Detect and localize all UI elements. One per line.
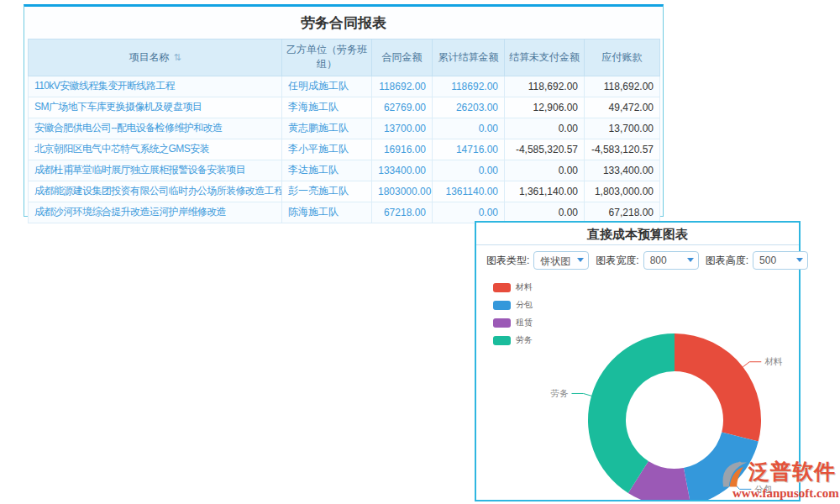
payable-amount-cell: 1,803,000.00: [585, 181, 660, 202]
project-name-cell[interactable]: 成都杜甫草堂临时展厅独立展柜报警设备安装项目: [29, 160, 282, 181]
label-line: [571, 393, 591, 396]
payable-amount-cell: 13,700.00: [585, 118, 660, 139]
slice-label: 材料: [764, 356, 783, 366]
party-b-cell[interactable]: 李海施工队: [282, 97, 372, 118]
contract-amount-cell: 1803000.00: [372, 181, 433, 202]
col-header-payable-amount: 应付账款: [585, 39, 660, 76]
settled-amount-cell: 0.00: [433, 202, 505, 223]
party-b-cell[interactable]: 李达施工队: [282, 160, 372, 181]
project-name-cell[interactable]: SM广场地下车库更换摄像机及硬盘项目: [29, 97, 282, 118]
project-name-cell[interactable]: 成都沙河环境综合提升改造运河护岸维修改造: [29, 202, 282, 223]
report-title: 劳务合同报表: [24, 7, 663, 39]
table-row: 北京朝阳区电气中芯特气系统之GMS安装李小平施工队16916.0014716.0…: [29, 139, 660, 160]
col-header-project-name[interactable]: 项目名称⇅: [29, 39, 282, 76]
watermark: 泛普软件 www.fanpusoft.com: [718, 458, 840, 501]
party-b-cell[interactable]: 任明成施工队: [282, 76, 372, 97]
unpaid-amount-cell: 118,692.00: [505, 76, 585, 97]
settled-amount-cell: 0.00: [433, 118, 505, 139]
table-header-row: 项目名称⇅ 乙方单位（劳务班组） 合同金额 累计结算金额 结算未支付金额 应付账…: [29, 39, 660, 76]
project-name-cell[interactable]: 成都能源建设集团投资有限公司临时办公场所装修改造工程EPC: [29, 181, 282, 202]
table-row: 成都能源建设集团投资有限公司临时办公场所装修改造工程EPC彭一亮施工队18030…: [29, 181, 660, 202]
label-line: [743, 362, 761, 367]
unpaid-amount-cell: -4,585,320.57: [505, 139, 585, 160]
table-row: 成都杜甫草堂临时展厅独立展柜报警设备安装项目李达施工队133400.000.00…: [29, 160, 660, 181]
watermark-url: www.fanpusoft.com: [732, 486, 840, 501]
col-header-project-name-label: 项目名称: [129, 51, 169, 63]
settled-amount-cell: 26203.00: [433, 97, 505, 118]
project-name-cell[interactable]: 安徽合肥供电公司--配电设备检修维护和改造: [29, 118, 282, 139]
contract-amount-cell: 62769.00: [372, 97, 433, 118]
contract-amount-cell: 133400.00: [372, 160, 433, 181]
payable-amount-cell: 67,218.00: [585, 202, 660, 223]
payable-amount-cell: 49,472.00: [585, 97, 660, 118]
payable-amount-cell: -4,583,120.57: [585, 139, 660, 160]
contract-amount-cell: 13700.00: [372, 118, 433, 139]
unpaid-amount-cell: 1,361,140.00: [505, 181, 585, 202]
table-row: 110kV安徽线程集变开断线路工程任明成施工队118692.00118692.0…: [29, 76, 660, 97]
party-b-cell[interactable]: 黄志鹏施工队: [282, 118, 372, 139]
fanpu-logo-icon: [718, 460, 748, 489]
unpaid-amount-cell: 0.00: [505, 160, 585, 181]
table-row: 安徽合肥供电公司--配电设备检修维护和改造黄志鹏施工队13700.000.000…: [29, 118, 660, 139]
table-row: SM广场地下车库更换摄像机及硬盘项目李海施工队62769.0026203.001…: [29, 97, 660, 118]
chart-title: 直接成本预算图表: [476, 223, 799, 245]
party-b-cell[interactable]: 李小平施工队: [282, 139, 372, 160]
settled-amount-cell: 1361140.00: [433, 181, 505, 202]
payable-amount-cell: 133,400.00: [585, 160, 660, 181]
labor-contract-report-panel: 劳务合同报表 项目名称⇅ 乙方单位（劳务班组） 合同金额 累计结算金额 结算未支: [24, 4, 664, 217]
party-b-cell[interactable]: 彭一亮施工队: [282, 181, 372, 202]
settled-amount-cell: 118692.00: [433, 76, 505, 97]
contract-amount-cell: 16916.00: [372, 139, 433, 160]
slice-label: 劳务: [550, 388, 569, 398]
col-header-contract-amount: 合同金额: [372, 39, 433, 76]
col-header-unpaid-amount: 结算未支付金额: [505, 39, 585, 76]
unpaid-amount-cell: 0.00: [505, 202, 585, 223]
contract-amount-cell: 67218.00: [372, 202, 433, 223]
page: 劳务合同报表 项目名称⇅ 乙方单位（劳务班组） 合同金额 累计结算金额 结算未支: [0, 0, 840, 504]
payable-amount-cell: 118,692.00: [585, 76, 660, 97]
table-row: 成都沙河环境综合提升改造运河护岸维修改造陈海施工队67218.000.000.0…: [29, 202, 660, 223]
project-name-cell[interactable]: 北京朝阳区电气中芯特气系统之GMS安装: [29, 139, 282, 160]
report-table-wrapper: 项目名称⇅ 乙方单位（劳务班组） 合同金额 累计结算金额 结算未支付金额 应付账…: [24, 39, 663, 226]
settled-amount-cell: 0.00: [433, 160, 505, 181]
col-header-party-b-unit: 乙方单位（劳务班组）: [282, 39, 372, 76]
sort-icon: ⇅: [173, 52, 181, 62]
unpaid-amount-cell: 12,906.00: [505, 97, 585, 118]
col-header-settled-amount: 累计结算金额: [433, 39, 505, 76]
project-name-cell[interactable]: 110kV安徽线程集变开断线路工程: [29, 76, 282, 97]
party-b-cell[interactable]: 陈海施工队: [282, 202, 372, 223]
watermark-brand: 泛普软件: [748, 458, 836, 486]
report-table: 项目名称⇅ 乙方单位（劳务班组） 合同金额 累计结算金额 结算未支付金额 应付账…: [28, 39, 660, 223]
settled-amount-cell: 14716.00: [433, 139, 505, 160]
contract-amount-cell: 118692.00: [372, 76, 433, 97]
pie-slice-材料[interactable]: [675, 333, 761, 442]
unpaid-amount-cell: 0.00: [505, 118, 585, 139]
